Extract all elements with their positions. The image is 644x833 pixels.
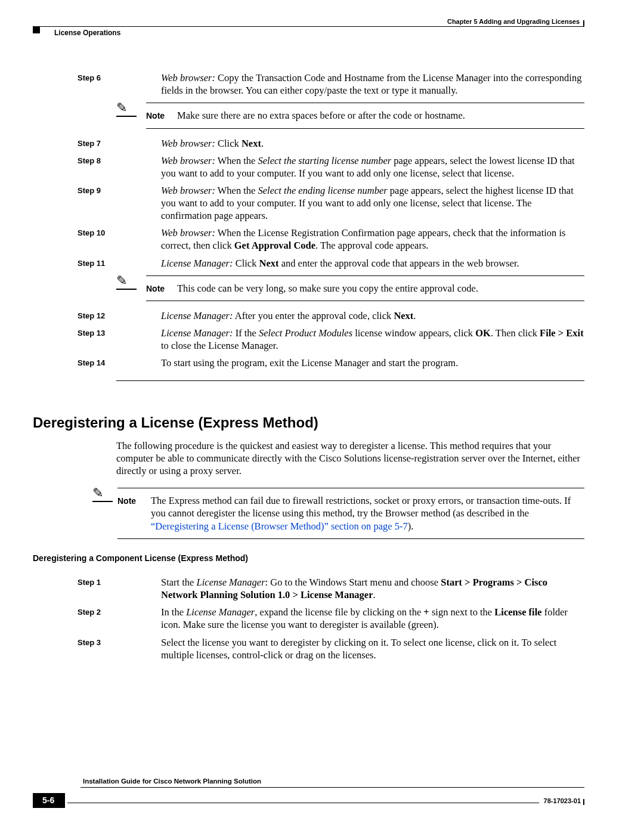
step-row: Step 12 License Manager: After you enter… [33, 309, 584, 322]
step-text: Select the license you want to deregiste… [161, 636, 584, 661]
page-header: Chapter 5 Adding and Upgrading Licenses … [33, 26, 584, 36]
step-row: Step 7 Web browser: Click Next. [33, 137, 584, 150]
note-block: ✎ Note The Express method can fail due t… [92, 488, 584, 539]
step-number: Step 9 [33, 184, 161, 222]
header-square-icon [33, 26, 40, 33]
step-number: Step 14 [33, 357, 161, 369]
step-row: Step 3 Select the license you want to de… [33, 636, 584, 661]
step-number: Step 6 [33, 72, 161, 97]
note-text: This code can be very long, so make sure… [177, 282, 478, 295]
pencil-icon: ✎ [116, 274, 127, 287]
step-text: To start using the program, exit the Lic… [161, 357, 584, 369]
page-footer: Installation Guide for Cisco Network Pla… [33, 782, 584, 808]
chapter-label: Chapter 5 Adding and Upgrading Licenses [447, 18, 580, 25]
step-text: License Manager: After you enter the app… [161, 309, 584, 322]
step-row: Step 1 Start the License Manager: Go to … [33, 576, 584, 601]
step-number: Step 2 [33, 606, 161, 631]
step-number: Step 7 [33, 137, 161, 150]
page-number: 5-6 [33, 793, 65, 808]
step-number: Step 1 [33, 576, 161, 601]
step-number: Step 13 [33, 327, 161, 352]
step-text: License Manager: Click Next and enter th… [161, 257, 584, 270]
note-text: Make sure there are no extra spaces befo… [177, 109, 465, 122]
step-number: Step 11 [33, 257, 161, 270]
step-row: Step 11 License Manager: Click Next and … [33, 257, 584, 270]
subheading-component-license: Deregistering a Component License (Expre… [33, 553, 584, 563]
step-row: Step 14 To start using the program, exit… [33, 357, 584, 369]
step-row: Step 9 Web browser: When the Select the … [33, 184, 584, 222]
step-row: Step 8 Web browser: When the Select the … [33, 154, 584, 179]
header-divider [583, 20, 584, 26]
step-row: Step 2 In the License Manager, expand th… [33, 606, 584, 631]
heading-deregister-express: Deregistering a License (Express Method) [33, 414, 584, 431]
step-text: Web browser: Click Next. [161, 137, 584, 150]
step-number: Step 12 [33, 309, 161, 322]
section-end-rule [116, 380, 584, 381]
footer-doc-title: Installation Guide for Cisco Network Pla… [83, 778, 261, 785]
document-page: Chapter 5 Adding and Upgrading Licenses … [0, 0, 644, 833]
note-block: ✎ Note This code can be very long, so ma… [116, 275, 584, 301]
paragraph: The following procedure is the quickest … [116, 439, 584, 477]
note-label: Note [146, 282, 177, 295]
header-rule [33, 26, 584, 27]
step-number: Step 10 [33, 227, 161, 252]
note-text: The Express method can fail due to firew… [151, 494, 584, 532]
step-row: Step 13 License Manager: If the Select P… [33, 327, 584, 352]
document-number: 78-17023-01 [544, 797, 581, 804]
step-text: License Manager: If the Select Product M… [161, 327, 584, 352]
pencil-icon: ✎ [116, 101, 127, 114]
step-text: In the License Manager, expand the licen… [161, 606, 584, 631]
step-number: Step 3 [33, 636, 161, 661]
step-text: Start the License Manager: Go to the Win… [161, 576, 584, 601]
step-number: Step 8 [33, 154, 161, 179]
note-label: Note [146, 109, 177, 122]
step-row: Step 10 Web browser: When the License Re… [33, 227, 584, 252]
step-text: Web browser: Copy the Transaction Code a… [161, 72, 584, 97]
note-label: Note [117, 494, 151, 532]
step-row: Step 6 Web browser: Copy the Transaction… [33, 72, 584, 97]
pencil-icon: ✎ [92, 487, 103, 500]
section-label: License Operations [54, 29, 120, 37]
step-text: Web browser: When the Select the ending … [161, 184, 584, 222]
step-text: Web browser: When the License Registrati… [161, 227, 584, 252]
page-body: Step 6 Web browser: Copy the Transaction… [33, 72, 584, 666]
note-block: ✎ Note Make sure there are no extra spac… [116, 103, 584, 128]
step-text: Web browser: When the Select the startin… [161, 154, 584, 179]
cross-reference-link[interactable]: “Deregistering a License (Browser Method… [151, 521, 408, 532]
